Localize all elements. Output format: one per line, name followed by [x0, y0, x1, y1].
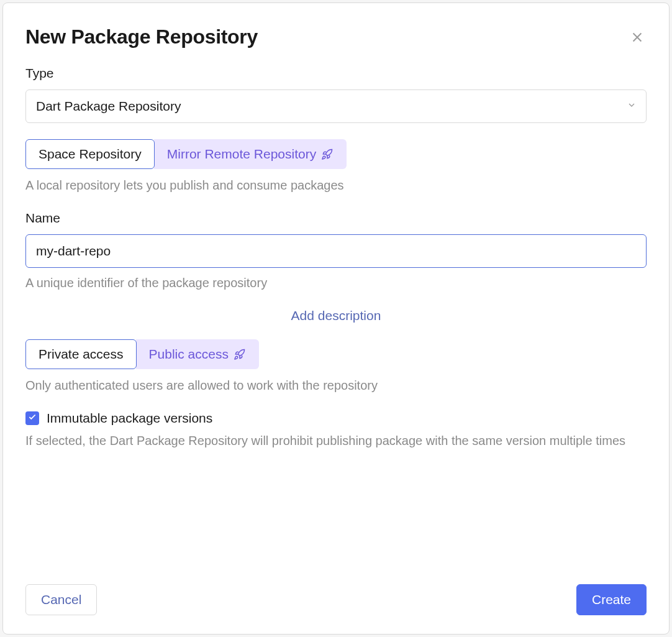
type-select[interactable]: Dart Package Repository: [25, 89, 647, 123]
immutable-helper: If selected, the Dart Package Repository…: [25, 432, 647, 450]
mirror-remote-repository-option[interactable]: Mirror Remote Repository: [154, 139, 347, 169]
immutable-label[interactable]: Immutable package versions: [47, 411, 212, 426]
repo-kind-helper: A local repository lets you publish and …: [25, 176, 647, 195]
access-segmented: Private access Public access: [25, 339, 259, 369]
close-button[interactable]: [628, 28, 647, 48]
immutable-checkbox[interactable]: [25, 411, 39, 425]
new-package-repository-dialog: New Package Repository Type Dart Package…: [2, 2, 670, 635]
access-helper: Only authenticated users are allowed to …: [25, 377, 647, 395]
dialog-header: New Package Repository: [25, 25, 647, 48]
repo-kind-segmented: Space Repository Mirror Remote Repositor…: [25, 139, 347, 169]
access-group: Private access Public access Only authen…: [25, 339, 647, 395]
space-repository-option[interactable]: Space Repository: [25, 139, 155, 169]
name-label: Name: [25, 211, 647, 226]
cancel-button[interactable]: Cancel: [25, 584, 97, 615]
repo-kind-group: Space Repository Mirror Remote Repositor…: [25, 139, 647, 195]
dialog-footer: Cancel Create: [25, 584, 647, 615]
type-label: Type: [25, 66, 647, 81]
add-description-link[interactable]: Add description: [25, 308, 647, 323]
public-access-option[interactable]: Public access: [136, 339, 259, 369]
private-access-label: Private access: [39, 347, 124, 362]
space-repository-label: Space Repository: [39, 147, 142, 162]
immutable-group: Immutable package versions If selected, …: [25, 411, 647, 450]
checkmark-icon: [28, 413, 37, 424]
name-input[interactable]: [25, 234, 647, 268]
dialog-title: New Package Repository: [25, 25, 258, 48]
public-access-label: Public access: [149, 347, 229, 362]
private-access-option[interactable]: Private access: [25, 339, 137, 369]
immutable-checkbox-row[interactable]: Immutable package versions: [25, 411, 647, 426]
create-button[interactable]: Create: [576, 584, 647, 615]
rocket-icon: [234, 348, 246, 360]
name-helper: A unique identifier of the package repos…: [25, 274, 647, 292]
type-field-group: Type Dart Package Repository: [25, 66, 647, 123]
name-field-group: Name A unique identifier of the package …: [25, 211, 647, 292]
mirror-remote-repository-label: Mirror Remote Repository: [167, 147, 316, 162]
close-icon: [630, 37, 644, 46]
rocket-icon: [321, 148, 334, 160]
type-select-wrapper: Dart Package Repository: [25, 89, 647, 123]
